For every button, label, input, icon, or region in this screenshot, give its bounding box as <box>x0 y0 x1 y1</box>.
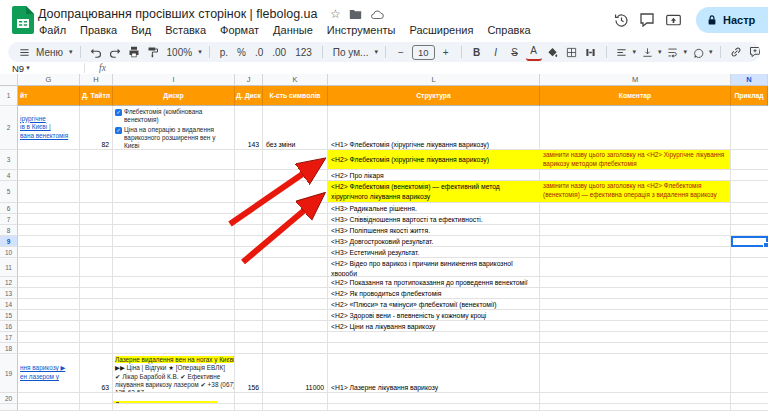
cell[interactable] <box>235 277 263 288</box>
cell[interactable] <box>328 332 540 343</box>
cell[interactable] <box>235 247 263 258</box>
cell[interactable] <box>113 247 235 258</box>
cell[interactable] <box>263 258 328 277</box>
row-number[interactable]: 15 <box>0 310 18 321</box>
cell[interactable] <box>18 404 80 411</box>
decrease-decimal-button[interactable]: .0 <box>252 47 266 58</box>
row-number[interactable]: 1 <box>0 86 18 106</box>
cell[interactable] <box>731 404 768 411</box>
comments-icon[interactable] <box>634 7 660 33</box>
cell[interactable] <box>540 310 731 321</box>
document-title[interactable]: Доопрацювання просівших сторінок | flebo… <box>38 7 318 21</box>
cell[interactable] <box>263 150 328 170</box>
cell[interactable] <box>18 203 80 214</box>
cell[interactable] <box>80 393 113 404</box>
cell-symbols[interactable]: без зміни <box>263 106 328 150</box>
cell[interactable] <box>18 343 80 354</box>
cell-title-link[interactable]: ння варикозу ▶ ен лазером у <box>18 354 80 393</box>
strikethrough-button[interactable]: S <box>507 44 523 60</box>
cell[interactable] <box>235 321 263 332</box>
cell[interactable] <box>263 343 328 354</box>
cell[interactable] <box>113 288 235 299</box>
cell-structure[interactable]: <H3> Довгостроковий результат. <box>328 236 540 247</box>
cell[interactable] <box>263 404 328 411</box>
cell[interactable] <box>113 310 235 321</box>
cell[interactable] <box>540 288 731 299</box>
cell-structure[interactable]: <H2> Здорові вени - впевненість у кожном… <box>328 310 540 321</box>
star-icon[interactable]: ☆ <box>330 7 341 21</box>
cell[interactable] <box>731 332 768 343</box>
insert-comment-button[interactable] <box>747 44 760 60</box>
cell[interactable] <box>113 225 235 236</box>
cell-desc-length[interactable]: 143 <box>235 106 263 150</box>
menu-data[interactable]: Данные <box>266 23 320 37</box>
cell[interactable] <box>80 332 113 343</box>
cell[interactable] <box>113 170 235 181</box>
cell[interactable] <box>235 332 263 343</box>
row-number-selected[interactable]: 9 <box>0 236 18 247</box>
column-header-m[interactable]: M <box>540 74 731 86</box>
cell-structure-highlighted[interactable]: <H2> Флебектомія (хірургічне лікування в… <box>328 150 540 170</box>
cell[interactable] <box>18 332 80 343</box>
cell[interactable] <box>731 214 768 225</box>
cell[interactable] <box>731 258 768 277</box>
column-header-j[interactable]: J <box>235 74 263 86</box>
cell[interactable] <box>113 150 235 170</box>
row-number[interactable]: 4 <box>0 170 18 181</box>
row-number[interactable]: 20 <box>0 393 18 404</box>
cell[interactable] <box>263 310 328 321</box>
cell[interactable] <box>80 258 113 277</box>
row-number[interactable]: 5 <box>0 181 18 203</box>
cell-title-length[interactable]: 63 <box>80 354 113 393</box>
redo-button[interactable] <box>107 44 123 60</box>
cell[interactable] <box>235 404 263 411</box>
cell-structure[interactable]: <H2> Показання та протипоказання до пров… <box>328 277 540 288</box>
undo-button[interactable] <box>88 44 104 60</box>
cell-structure[interactable]: <H3> Естетичний результат. <box>328 247 540 258</box>
font-select[interactable]: По ум...▾ <box>330 47 378 58</box>
cell[interactable] <box>540 236 731 247</box>
row-number[interactable]: 12 <box>0 277 18 288</box>
cell[interactable] <box>80 225 113 236</box>
menu-view[interactable]: Вид <box>124 23 158 37</box>
cell[interactable] <box>731 203 768 214</box>
cell[interactable] <box>113 332 235 343</box>
row-number[interactable]: 14 <box>0 299 18 310</box>
cell[interactable] <box>235 181 263 203</box>
cloud-status-icon[interactable] <box>370 9 385 20</box>
cell[interactable] <box>540 214 731 225</box>
borders-button[interactable] <box>564 44 580 60</box>
cell[interactable] <box>80 288 113 299</box>
row-number[interactable]: 10 <box>0 247 18 258</box>
cell[interactable] <box>80 299 113 310</box>
cell[interactable] <box>540 170 731 181</box>
cell-structure-highlighted[interactable]: <H2> Флебектомія (венектомія) — ефективн… <box>328 181 540 203</box>
cell[interactable] <box>113 181 235 203</box>
cell[interactable] <box>731 277 768 288</box>
cell[interactable] <box>113 321 235 332</box>
cell[interactable] <box>18 225 80 236</box>
menu-extensions[interactable]: Расширения <box>402 23 480 37</box>
column-header-n[interactable]: N <box>731 74 768 86</box>
column-header-k[interactable]: K <box>263 74 328 86</box>
cell[interactable] <box>235 288 263 299</box>
cell[interactable] <box>328 393 540 404</box>
cell-structure[interactable]: <H2> Про лікаря <box>328 170 540 181</box>
cell[interactable] <box>263 299 328 310</box>
menu-edit[interactable]: Правка <box>73 23 124 37</box>
cell[interactable] <box>80 214 113 225</box>
cell[interactable] <box>731 343 768 354</box>
cell[interactable] <box>80 310 113 321</box>
paint-format-button[interactable] <box>145 44 161 60</box>
header-cell-d-title[interactable]: Д. Тайтл <box>80 86 113 106</box>
horizontal-align-button[interactable]: ▾ <box>614 44 637 60</box>
cell[interactable] <box>540 258 731 277</box>
cell-structure[interactable]: <H2> Ціни на лікування варикозу <box>328 321 540 332</box>
cell[interactable] <box>540 299 731 310</box>
cell[interactable] <box>263 277 328 288</box>
cell[interactable] <box>80 170 113 181</box>
cell[interactable] <box>731 321 768 332</box>
merge-cells-button[interactable] <box>583 44 599 60</box>
row-number[interactable]: 6 <box>0 203 18 214</box>
cell[interactable] <box>18 236 80 247</box>
